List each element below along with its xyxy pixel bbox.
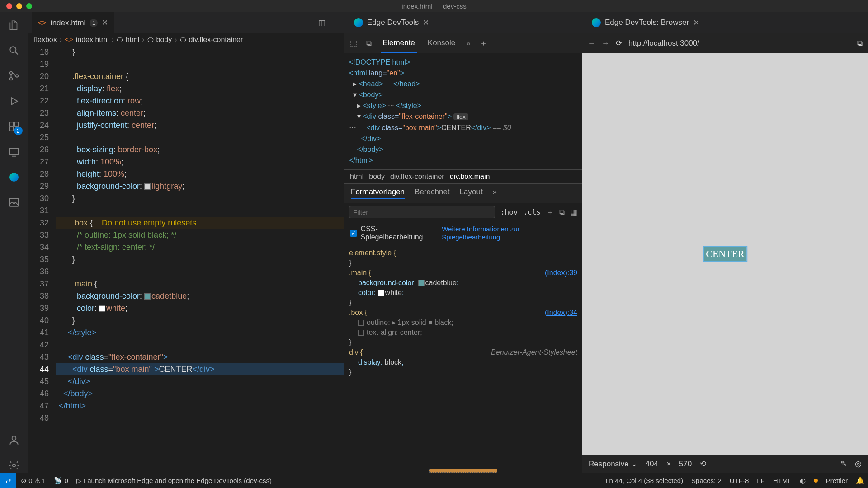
- source-control-icon[interactable]: [7, 69, 21, 83]
- more-tabs-icon[interactable]: »: [493, 188, 497, 199]
- launch-edge-action[interactable]: ▷ Launch Microsoft Edge and open the Edg…: [76, 477, 272, 485]
- page-viewport[interactable]: CENTER: [582, 53, 868, 455]
- styles-filter-row: :hov .cls ＋ ⧉ ▦: [344, 203, 582, 221]
- inspect-element-icon[interactable]: ⬚: [350, 38, 357, 48]
- breadcrumb[interactable]: flexbox› <>index.html› ⎔html› ⎔body› ⎔di…: [28, 33, 344, 46]
- new-rule-icon[interactable]: ＋: [546, 207, 554, 217]
- editor-group-1: <> index.html 1 ✕ ◫ ⋯ flexbox› <>index.h…: [28, 12, 344, 473]
- svg-point-10: [12, 464, 15, 467]
- dom-path[interactable]: htmlbodydiv.flex-containerdiv.box.main: [344, 169, 582, 184]
- tab-styles[interactable]: Formatvorlagen: [351, 188, 405, 199]
- rotate-icon[interactable]: ⟲: [700, 459, 706, 469]
- styles-tabs: Formatvorlagen Berechnet Layout »: [344, 184, 582, 203]
- filter-input[interactable]: [349, 206, 495, 218]
- more-tabs-icon[interactable]: »: [466, 39, 470, 48]
- code-editor[interactable]: 1819202122232425262728293031323334353637…: [28, 46, 344, 473]
- split-editor-icon[interactable]: ◫: [318, 18, 326, 28]
- explorer-icon[interactable]: [7, 18, 21, 33]
- device-toggle-icon[interactable]: ⧉: [366, 39, 372, 48]
- emulate-vision-icon[interactable]: ✎: [840, 459, 847, 469]
- tab-console[interactable]: Konsole: [426, 34, 457, 53]
- notifications-icon[interactable]: 🔔: [856, 477, 864, 485]
- window-controls[interactable]: [0, 3, 32, 9]
- remote-indicator[interactable]: ⇄: [0, 473, 16, 488]
- html-file-icon: <>: [38, 19, 47, 28]
- tab-bar-1: <> index.html 1 ✕ ◫ ⋯: [28, 12, 344, 33]
- indentation[interactable]: Spaces: 2: [691, 477, 722, 484]
- more-options-icon[interactable]: ◎: [855, 459, 862, 469]
- ports-indicator[interactable]: 📡 0: [54, 477, 68, 485]
- mirror-info-link[interactable]: Weitere Informationen zur Spiegelbearbei…: [442, 225, 576, 241]
- tab-elements[interactable]: Elemente: [381, 34, 417, 53]
- tab-label: Edge DevTools: [367, 18, 419, 27]
- encoding[interactable]: UTF-8: [730, 477, 749, 484]
- css-mirror-row: ✓ CSS-Spiegelbearbeitung Weitere Informa…: [344, 221, 582, 245]
- close-icon[interactable]: ✕: [423, 18, 429, 28]
- svg-point-2: [9, 78, 12, 80]
- account-icon[interactable]: [7, 433, 21, 447]
- hov-toggle[interactable]: :hov: [500, 208, 518, 216]
- zoom-window-icon[interactable]: [26, 3, 32, 9]
- minimize-window-icon[interactable]: [16, 3, 22, 9]
- browser-toolbar: ← → ⟳ http://localhost:3000/ ⧉: [582, 33, 868, 53]
- viewport-width[interactable]: 404: [646, 460, 658, 469]
- extensions-icon[interactable]: 2: [7, 119, 21, 134]
- svg-point-0: [10, 47, 16, 52]
- tab-bar-3: Edge DevTools: Browser ✕ ⋯: [582, 12, 868, 33]
- eol[interactable]: LF: [757, 477, 765, 484]
- dom-tree[interactable]: <!DOCTYPE html> <html lang="en"> ▸ <head…: [344, 53, 582, 169]
- back-icon[interactable]: ←: [588, 39, 595, 48]
- close-icon[interactable]: ✕: [693, 18, 699, 28]
- more-actions-icon[interactable]: ⋯: [857, 18, 864, 28]
- tab-bar-2: Edge DevTools ✕ ⋯: [344, 12, 582, 33]
- flex-editor-icon[interactable]: ▦: [570, 207, 577, 217]
- edge-icon: [592, 18, 601, 27]
- prettier[interactable]: Prettier: [826, 477, 848, 484]
- problems-indicator[interactable]: ⊘ 0 ⚠ 1: [21, 477, 46, 485]
- language-mode[interactable]: HTML: [773, 477, 792, 484]
- editor-group-2: Edge DevTools ✕ ⋯ ⬚ ⧉ Elemente Konsole »…: [344, 12, 582, 473]
- remote-explorer-icon[interactable]: [7, 145, 21, 159]
- tab-index-html[interactable]: <> index.html 1 ✕: [32, 12, 114, 33]
- settings-gear-icon[interactable]: [7, 458, 21, 473]
- tab-computed[interactable]: Berechnet: [415, 188, 450, 199]
- center-box: CENTER: [704, 247, 746, 261]
- more-actions-icon[interactable]: ⋯: [333, 18, 340, 28]
- mirror-checkbox[interactable]: ✓: [350, 230, 357, 237]
- screenshot-icon[interactable]: ⧉: [857, 39, 863, 48]
- status-bar: ⇄ ⊘ 0 ⚠ 1 📡 0 ▷ Launch Microsoft Edge an…: [0, 473, 868, 488]
- viewport-height[interactable]: 570: [679, 460, 692, 469]
- tab-label: index.html: [51, 19, 85, 28]
- edge-icon: [354, 18, 363, 27]
- svg-rect-6: [9, 127, 14, 131]
- run-debug-icon[interactable]: [7, 94, 21, 108]
- svg-point-1: [9, 72, 12, 74]
- url-bar[interactable]: http://localhost:3000/: [628, 39, 851, 48]
- add-tab-icon[interactable]: ＋: [480, 38, 487, 48]
- device-icon[interactable]: ⧉: [559, 208, 565, 217]
- tab-edge-devtools[interactable]: Edge DevTools ✕: [348, 12, 435, 33]
- devtools-toolbar: ⬚ ⧉ Elemente Konsole » ＋: [344, 33, 582, 53]
- close-icon[interactable]: ✕: [102, 18, 108, 28]
- cursor-position[interactable]: Ln 44, Col 4 (38 selected): [605, 477, 683, 484]
- more-actions-icon[interactable]: ⋯: [571, 18, 578, 28]
- box-model-margin: margin: [429, 469, 497, 473]
- image-icon[interactable]: [7, 195, 21, 210]
- search-icon[interactable]: [7, 43, 21, 58]
- close-window-icon[interactable]: [6, 3, 12, 9]
- device-select[interactable]: Responsive ⌄: [589, 459, 637, 469]
- svg-rect-7: [9, 148, 19, 154]
- svg-rect-4: [9, 122, 14, 126]
- reload-icon[interactable]: ⟳: [616, 38, 622, 48]
- edge-tools-icon[interactable]: [7, 170, 21, 184]
- tab-dirty-indicator: 1: [90, 19, 98, 27]
- color-theme-icon[interactable]: ◐: [800, 477, 806, 485]
- title-bar: index.html — dev-css: [0, 0, 868, 12]
- tab-label: Edge DevTools: Browser: [605, 18, 689, 27]
- tab-edge-browser[interactable]: Edge DevTools: Browser ✕: [586, 12, 705, 33]
- forward-icon[interactable]: →: [602, 39, 609, 48]
- styles-pane[interactable]: element.style { } .main {(Index):39 back…: [344, 245, 582, 473]
- svg-rect-5: [14, 122, 19, 126]
- cls-toggle[interactable]: .cls: [523, 208, 541, 216]
- tab-layout[interactable]: Layout: [460, 188, 483, 199]
